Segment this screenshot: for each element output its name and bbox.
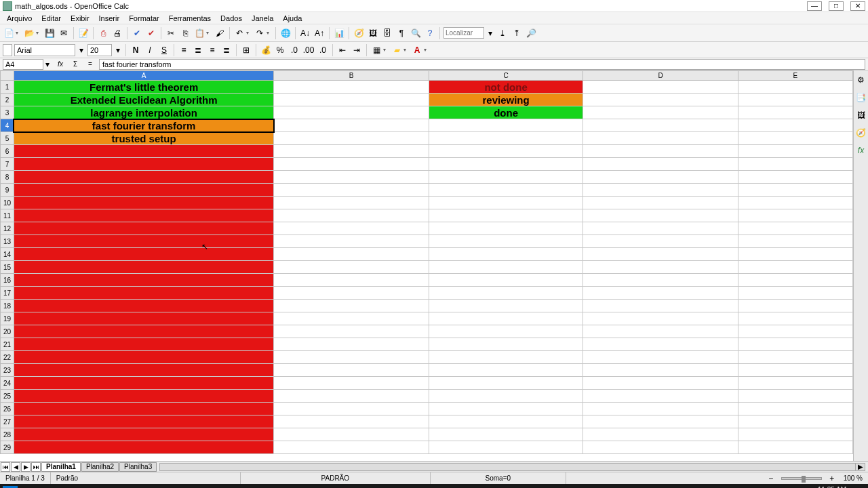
cell-E6[interactable] bbox=[738, 145, 852, 158]
cell-D20[interactable] bbox=[583, 325, 738, 338]
menu-formatar[interactable]: Formatar bbox=[125, 14, 163, 23]
cell-E24[interactable] bbox=[738, 377, 852, 390]
cell-B8[interactable] bbox=[274, 171, 429, 184]
font-name-input[interactable] bbox=[14, 44, 75, 56]
cell-A16[interactable] bbox=[14, 274, 273, 287]
cell-D10[interactable] bbox=[583, 197, 738, 209]
cell-A9[interactable] bbox=[14, 184, 273, 197]
cell-A22[interactable] bbox=[14, 351, 273, 364]
cell-A8[interactable] bbox=[14, 171, 273, 184]
cell-A18[interactable] bbox=[14, 300, 273, 312]
cell-D23[interactable] bbox=[583, 364, 738, 377]
cell-B12[interactable] bbox=[274, 222, 429, 235]
cell-E25[interactable] bbox=[738, 390, 852, 403]
cell-B4[interactable] bbox=[274, 119, 429, 132]
cell-D27[interactable] bbox=[583, 415, 738, 428]
edit-doc-button[interactable]: 📝 bbox=[77, 27, 90, 39]
cell-E18[interactable] bbox=[738, 300, 852, 312]
menu-editar[interactable]: Editar bbox=[37, 14, 65, 23]
decrease-indent-button[interactable]: ⇤ bbox=[336, 44, 349, 56]
font-size-dropdown[interactable]: ▾ bbox=[114, 44, 122, 56]
cell-D24[interactable] bbox=[583, 377, 738, 390]
cell-B18[interactable] bbox=[274, 300, 429, 312]
cell-A6[interactable] bbox=[14, 145, 273, 158]
cell-B17[interactable] bbox=[274, 287, 429, 300]
cell-A21[interactable] bbox=[14, 338, 273, 351]
cell-C4[interactable] bbox=[429, 119, 583, 132]
cell-C12[interactable] bbox=[429, 222, 583, 235]
bold-button[interactable]: N bbox=[130, 44, 142, 56]
column-header-B[interactable]: B bbox=[274, 71, 429, 81]
cell-A7[interactable] bbox=[14, 158, 273, 171]
paste-button[interactable]: 📋 bbox=[193, 27, 205, 39]
add-decimal-button[interactable]: .00 bbox=[302, 44, 315, 56]
email-button[interactable]: ✉ bbox=[58, 27, 70, 39]
cell-E9[interactable] bbox=[738, 184, 852, 197]
row-header-19[interactable]: 19 bbox=[1, 312, 14, 325]
row-header-9[interactable]: 9 bbox=[1, 184, 14, 197]
column-header-A[interactable]: A bbox=[14, 71, 273, 81]
row-header-26[interactable]: 26 bbox=[1, 403, 14, 415]
row-header-21[interactable]: 21 bbox=[1, 338, 14, 351]
cell-C7[interactable] bbox=[429, 158, 583, 171]
row-header-16[interactable]: 16 bbox=[1, 274, 14, 287]
cell-A12[interactable] bbox=[14, 222, 273, 235]
fontcolor-button[interactable]: A bbox=[411, 44, 423, 56]
cell-E14[interactable] bbox=[738, 248, 852, 261]
cell-D16[interactable] bbox=[583, 274, 738, 287]
cell-A10[interactable] bbox=[14, 197, 273, 209]
cell-B10[interactable] bbox=[274, 197, 429, 209]
align-justify-button[interactable]: ≣ bbox=[220, 44, 233, 56]
navigator-button[interactable]: 🧭 bbox=[353, 27, 365, 39]
cell-D5[interactable] bbox=[583, 132, 738, 145]
cell-B29[interactable] bbox=[274, 441, 429, 454]
cell-D8[interactable] bbox=[583, 171, 738, 184]
cell-B15[interactable] bbox=[274, 261, 429, 274]
menu-ajuda[interactable]: Ajuda bbox=[279, 14, 306, 23]
cell-C19[interactable] bbox=[429, 312, 583, 325]
cell-E17[interactable] bbox=[738, 287, 852, 300]
cell-C5[interactable] bbox=[429, 132, 583, 145]
percent-button[interactable]: % bbox=[274, 44, 286, 56]
underline-button[interactable]: S bbox=[158, 44, 170, 56]
cell-B3[interactable] bbox=[274, 106, 429, 119]
cell-E16[interactable] bbox=[738, 274, 852, 287]
column-header-E[interactable]: E bbox=[738, 71, 852, 81]
horizontal-scrollbar[interactable]: ▶ bbox=[159, 463, 865, 471]
cell-C11[interactable] bbox=[429, 209, 583, 222]
sheet-tab-2[interactable]: Planilha2 bbox=[81, 462, 119, 472]
menu-dados[interactable]: Dados bbox=[216, 14, 246, 23]
find-next-button[interactable]: ⤓ bbox=[496, 27, 509, 39]
cell-B7[interactable] bbox=[274, 158, 429, 171]
copy-button[interactable]: ⎘ bbox=[179, 27, 191, 39]
row-header-24[interactable]: 24 bbox=[1, 377, 14, 390]
cell-B28[interactable] bbox=[274, 428, 429, 441]
tab-nav-last[interactable]: ⏭ bbox=[31, 462, 41, 472]
cell-B19[interactable] bbox=[274, 312, 429, 325]
cell-C18[interactable] bbox=[429, 300, 583, 312]
cell-A4[interactable]: fast fourier transform bbox=[14, 119, 273, 132]
align-right-button[interactable]: ≡ bbox=[206, 44, 218, 56]
font-name-dropdown[interactable]: ▾ bbox=[77, 44, 85, 56]
row-header-20[interactable]: 20 bbox=[1, 325, 14, 338]
export-pdf-button[interactable]: ⎙ bbox=[97, 27, 109, 39]
increase-indent-button[interactable]: ⇥ bbox=[351, 44, 363, 56]
cell-A20[interactable] bbox=[14, 325, 273, 338]
row-header-25[interactable]: 25 bbox=[1, 390, 14, 403]
cell-C10[interactable] bbox=[429, 197, 583, 209]
zoom-slider[interactable] bbox=[781, 477, 822, 480]
column-header-D[interactable]: D bbox=[583, 71, 738, 81]
cell-E3[interactable] bbox=[738, 106, 852, 119]
format-paint-button[interactable]: 🖌 bbox=[214, 27, 226, 39]
cell-reference-input[interactable] bbox=[3, 59, 43, 70]
cell-A13[interactable] bbox=[14, 235, 273, 248]
cell-E21[interactable] bbox=[738, 338, 852, 351]
cell-ref-dropdown[interactable]: ▾ bbox=[43, 58, 52, 70]
bgcolor-button[interactable]: ▰ bbox=[391, 44, 403, 56]
zoom-in-button[interactable]: + bbox=[826, 472, 838, 485]
autospell-button[interactable]: ✔ bbox=[145, 27, 157, 39]
cell-B16[interactable] bbox=[274, 274, 429, 287]
cell-C22[interactable] bbox=[429, 351, 583, 364]
cell-E23[interactable] bbox=[738, 364, 852, 377]
cell-B27[interactable] bbox=[274, 415, 429, 428]
